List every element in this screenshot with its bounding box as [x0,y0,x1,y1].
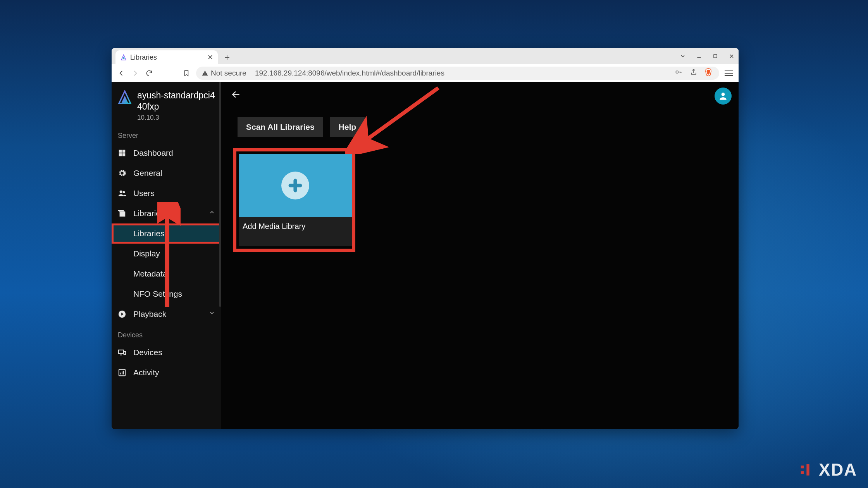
browser-menu-button[interactable] [725,69,733,77]
jellyfin-app: ayush-standardpci440fxp 10.10.3 Server D… [112,82,739,429]
window-close-button[interactable] [728,52,735,60]
new-tab-button[interactable]: ＋ [222,52,232,63]
devices-icon [118,348,126,357]
card-illustration [239,154,352,217]
play-icon [118,310,126,318]
svg-rect-17 [120,373,121,375]
address-bar[interactable]: Not secure 192.168.29.124:8096/web/index… [196,67,719,80]
svg-rect-22 [801,471,804,474]
nav-back-button[interactable] [117,69,126,77]
window-maximize-button[interactable] [711,52,719,60]
svg-rect-1 [205,72,205,74]
sidebar-subitem-nfo-settings[interactable]: NFO Settings [112,284,221,304]
svg-rect-19 [123,371,124,374]
add-library-card-wrapper: Add Media Library [233,148,355,252]
sidebar-item-label: Playback [133,309,166,319]
sidebar-subitem-label: Display [133,249,160,258]
help-button[interactable]: Help [330,117,365,137]
user-avatar-button[interactable] [715,88,732,105]
add-icon [281,172,309,199]
jellyfin-logo-icon [117,90,133,105]
annotation-highlight: Add Media Library [233,148,355,252]
person-icon [718,91,728,101]
sidebar-item-playback[interactable]: Playback [112,304,221,324]
svg-rect-2 [205,74,205,75]
gear-icon [118,169,126,177]
users-icon [118,189,126,198]
warning-icon [202,70,208,77]
button-label: Help [339,122,356,131]
svg-rect-7 [122,153,125,156]
nav-forward-button[interactable] [131,69,140,77]
sidebar-subitem-display[interactable]: Display [112,244,221,264]
brave-shield-icon[interactable] [703,68,714,78]
sidebar-subitem-libraries[interactable]: Libraries [112,223,221,244]
content-back-button[interactable] [231,89,241,100]
scan-all-libraries-button[interactable]: Scan All Libraries [238,117,323,137]
svg-rect-23 [806,464,809,475]
xda-logo-icon [799,461,816,478]
svg-rect-11 [119,211,125,211]
svg-rect-14 [119,350,124,353]
share-icon[interactable] [688,68,699,78]
sidebar-item-label: Devices [133,348,162,357]
sidebar-item-dashboard[interactable]: Dashboard [112,143,221,163]
svg-rect-18 [122,371,122,374]
tab-strip: Libraries ✕ ＋ [112,48,739,64]
dashboard-icon [118,149,126,157]
sidebar-item-label: Users [133,189,155,198]
window-minimize-button[interactable] [695,52,703,60]
security-indicator[interactable]: Not secure [202,69,246,77]
sidebar-item-general[interactable]: General [112,163,221,183]
browser-tab-libraries[interactable]: Libraries ✕ [115,50,218,64]
svg-rect-6 [119,153,122,156]
xda-watermark: XDA [799,460,857,479]
url-text: 192.168.29.124:8096/web/index.html#/dash… [255,69,444,77]
svg-rect-0 [714,55,717,58]
sidebar-item-label: General [133,168,162,178]
sidebar-item-activity[interactable]: Activity [112,363,221,383]
server-version: 10.10.3 [137,114,216,122]
jellyfin-favicon-icon [120,54,127,61]
sidebar-item-devices[interactable]: Devices [112,342,221,363]
sidebar-section-server: Server [112,125,221,143]
svg-point-9 [123,191,125,193]
svg-rect-4 [119,149,122,152]
security-label: Not secure [211,69,246,77]
tab-search-chevron-icon[interactable] [679,52,687,60]
library-icon [118,209,126,218]
sidebar-subitem-metadata[interactable]: Metadata [112,264,221,284]
password-key-icon[interactable] [673,69,684,77]
annotation-highlight [112,223,221,244]
content-area: Scan All Libraries Help [221,82,739,429]
svg-rect-10 [120,211,126,217]
browser-window: Libraries ✕ ＋ [112,48,739,429]
svg-rect-21 [801,466,804,468]
tab-title: Libraries [130,53,157,62]
svg-rect-5 [122,149,125,152]
desktop-wallpaper: Libraries ✕ ＋ [0,0,868,488]
nav-reload-button[interactable] [145,69,153,77]
sidebar-item-label: Libraries [133,209,165,218]
tab-close-icon[interactable]: ✕ [207,53,213,62]
chevron-down-icon [209,310,215,318]
bookmark-button[interactable] [182,69,191,77]
svg-point-20 [722,93,725,96]
server-name: ayush-standardpci440fxp [137,90,216,112]
sidebar-subitem-label: NFO Settings [133,289,182,299]
card-label: Add Media Library [243,222,305,230]
chevron-up-icon [209,209,215,217]
sidebar-item-users[interactable]: Users [112,183,221,203]
watermark-text: XDA [819,460,857,479]
svg-rect-15 [124,351,126,354]
sidebar-item-label: Activity [133,368,159,377]
sidebar-item-libraries[interactable]: Libraries [112,203,221,223]
svg-point-8 [120,190,122,193]
url-bar: Not secure 192.168.29.124:8096/web/index… [112,64,739,82]
activity-icon [118,368,126,377]
sidebar-subitem-label: Metadata [133,269,167,278]
action-button-row: Scan All Libraries Help [238,117,729,137]
window-controls [679,48,735,64]
svg-point-3 [676,71,678,73]
add-media-library-card[interactable]: Add Media Library [239,154,352,246]
